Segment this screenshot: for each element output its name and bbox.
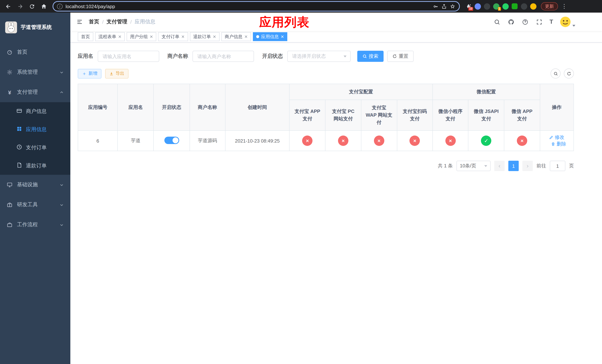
password-key-icon[interactable] bbox=[433, 3, 438, 9]
extension-icon[interactable]: 1 bbox=[493, 3, 499, 10]
pencil-icon bbox=[549, 135, 554, 139]
col-created: 创建时间 bbox=[225, 84, 290, 130]
edit-link[interactable]: 修改 bbox=[549, 134, 564, 141]
close-icon[interactable]: ✕ bbox=[281, 35, 284, 39]
status-select[interactable]: 请选择开启状态 bbox=[287, 51, 351, 62]
browser-menu-icon[interactable]: ⋮ bbox=[561, 3, 568, 10]
col-alipay-scan: 支付宝扫码支付 bbox=[397, 100, 433, 130]
page-root: i localhost:1024/pay/app 10 1 bbox=[0, 0, 602, 364]
toggle-search-button[interactable] bbox=[550, 68, 560, 78]
reset-button[interactable]: 重置 bbox=[387, 51, 414, 62]
extension-icon[interactable] bbox=[484, 3, 490, 10]
refresh-icon bbox=[567, 71, 571, 76]
tag-label: 首页 bbox=[81, 33, 90, 40]
cell-app-id: 6 bbox=[78, 130, 118, 151]
tag-merchant-info[interactable]: 商户信息 ✕ bbox=[221, 32, 251, 41]
col-status: 开启状态 bbox=[154, 84, 190, 130]
breadcrumb-home[interactable]: 首页 bbox=[89, 19, 99, 25]
cell-alipay-wap: × bbox=[361, 130, 397, 151]
sidebar-item-label: 研发工具 bbox=[17, 202, 38, 208]
sidebar-item-label: 支付订单 bbox=[26, 144, 47, 151]
user-avatar[interactable] bbox=[560, 16, 571, 27]
user-menu[interactable] bbox=[560, 16, 575, 27]
tag-process-form[interactable]: 流程表单 ✕ bbox=[95, 32, 125, 41]
prev-page-button[interactable]: ‹ bbox=[494, 161, 505, 171]
site-info-icon[interactable]: i bbox=[57, 3, 63, 9]
breadcrumb-payment[interactable]: 支付管理 bbox=[107, 19, 127, 25]
sidebar-item-infra[interactable]: 基础设施 bbox=[0, 175, 70, 195]
current-page-button[interactable]: 1 bbox=[508, 161, 519, 171]
browser-forward-button[interactable] bbox=[15, 1, 25, 11]
bookmark-star-icon[interactable] bbox=[450, 3, 455, 9]
search-icon bbox=[553, 71, 558, 76]
status-toggle[interactable] bbox=[164, 137, 179, 144]
chrome-update-button[interactable]: 更新 bbox=[541, 2, 558, 10]
cell-merchant: 芋道源码 bbox=[190, 130, 225, 151]
font-size-icon[interactable]: T bbox=[549, 19, 553, 25]
sidebar-item-home[interactable]: 首页 bbox=[0, 42, 70, 62]
app-name-input[interactable] bbox=[98, 51, 159, 62]
browser-back-button[interactable] bbox=[3, 1, 13, 11]
close-icon[interactable]: ✕ bbox=[118, 35, 121, 39]
tag-app-info[interactable]: 应用信息 ✕ bbox=[253, 32, 287, 41]
search-button[interactable]: 搜索 bbox=[357, 51, 384, 62]
sidebar-item-label: 系统管理 bbox=[17, 69, 38, 75]
sidebar-item-merchant-info[interactable]: 商户信息 bbox=[0, 102, 70, 120]
extension-icon[interactable] bbox=[474, 3, 481, 10]
pagination: 共 1 条 10条/页 ‹ 1 › 前往 页 bbox=[78, 161, 574, 171]
browser-reload-button[interactable] bbox=[27, 1, 37, 11]
sidebar-item-app-info[interactable]: 应用信息 bbox=[0, 120, 70, 139]
search-icon[interactable] bbox=[493, 18, 501, 26]
col-wx-lite: 微信小程序支付 bbox=[433, 100, 468, 130]
extension-icon[interactable] bbox=[521, 3, 527, 10]
extension-icon[interactable] bbox=[530, 3, 537, 10]
tag-refund-order[interactable]: 退款订单 ✕ bbox=[190, 32, 219, 41]
add-button[interactable]: ＋ 新增 bbox=[78, 69, 101, 78]
extensions-puzzle-icon[interactable]: 10 bbox=[465, 3, 472, 10]
sidebar-item-payment[interactable]: ¥ 支付管理 bbox=[0, 82, 70, 102]
share-icon[interactable] bbox=[441, 3, 447, 9]
close-icon[interactable]: ✕ bbox=[244, 35, 248, 39]
toolbox-icon bbox=[7, 202, 13, 208]
add-button-label: 新增 bbox=[88, 70, 97, 77]
sidebar-item-workflow[interactable]: 工作流程 bbox=[0, 215, 70, 235]
close-icon[interactable]: ✕ bbox=[213, 35, 216, 39]
address-bar[interactable]: i localhost:1024/pay/app bbox=[53, 1, 460, 11]
url-text[interactable]: localhost:1024/pay/app bbox=[65, 3, 430, 9]
download-icon bbox=[109, 71, 114, 76]
next-page-button[interactable]: › bbox=[522, 161, 533, 171]
refresh-table-button[interactable] bbox=[564, 68, 574, 78]
status-cross-icon: × bbox=[410, 136, 420, 146]
delete-link[interactable]: 删除 bbox=[551, 141, 566, 147]
merchant-name-input[interactable] bbox=[193, 51, 254, 62]
page-size-select[interactable]: 10条/页 bbox=[456, 161, 491, 171]
export-button[interactable]: 导出 bbox=[105, 69, 129, 78]
help-icon[interactable] bbox=[521, 18, 529, 26]
col-wx-jsapi: 微信 JSAPI 支付 bbox=[468, 100, 504, 130]
sidebar-item-refund-order[interactable]: 退款订单 bbox=[0, 157, 70, 175]
extension-icon[interactable] bbox=[511, 3, 518, 10]
status-cross-icon: × bbox=[517, 136, 527, 146]
export-button-label: 导出 bbox=[116, 70, 124, 77]
github-icon[interactable] bbox=[507, 18, 515, 26]
fullscreen-icon[interactable] bbox=[535, 18, 543, 26]
browser-home-button[interactable] bbox=[39, 1, 49, 11]
sidebar-fold-icon[interactable] bbox=[70, 19, 89, 25]
close-icon[interactable]: ✕ bbox=[181, 35, 184, 39]
sidebar-item-dev-tools[interactable]: 研发工具 bbox=[0, 195, 70, 215]
cell-app-name: 芋道 bbox=[118, 130, 153, 151]
chevron-down-icon bbox=[60, 70, 64, 74]
goto-page-input[interactable] bbox=[550, 161, 565, 171]
close-icon[interactable]: ✕ bbox=[150, 35, 153, 39]
status-label: 开启状态 bbox=[262, 53, 283, 60]
app-logo: 芋道管理系统 bbox=[0, 13, 70, 42]
col-group-wechat: 微信配置 bbox=[433, 84, 540, 100]
tag-user-group[interactable]: 用户分组 ✕ bbox=[127, 32, 156, 41]
tag-home[interactable]: 首页 bbox=[78, 32, 93, 41]
sidebar-item-pay-order[interactable]: 支付订单 bbox=[0, 139, 70, 157]
tag-pay-order[interactable]: 支付订单 ✕ bbox=[158, 32, 188, 41]
extension-icon[interactable] bbox=[502, 3, 509, 10]
search-icon bbox=[363, 54, 367, 58]
col-alipay-app: 支付宝 APP 支付 bbox=[289, 100, 325, 130]
sidebar-item-system[interactable]: 系统管理 bbox=[0, 62, 70, 82]
